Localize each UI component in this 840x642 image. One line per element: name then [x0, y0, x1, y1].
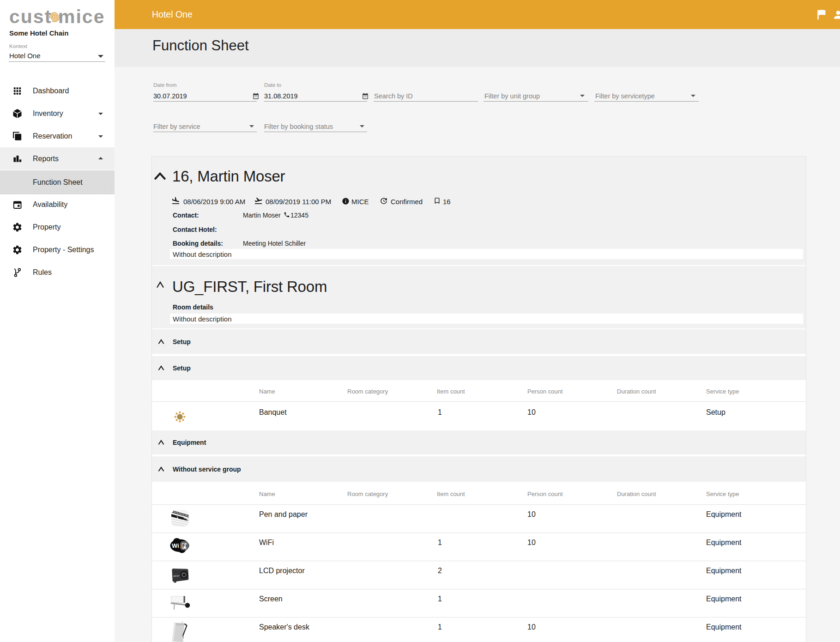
svg-text:acer: acer	[173, 574, 180, 578]
svg-text:Wi: Wi	[172, 542, 179, 549]
svg-text:Fi: Fi	[182, 543, 187, 549]
